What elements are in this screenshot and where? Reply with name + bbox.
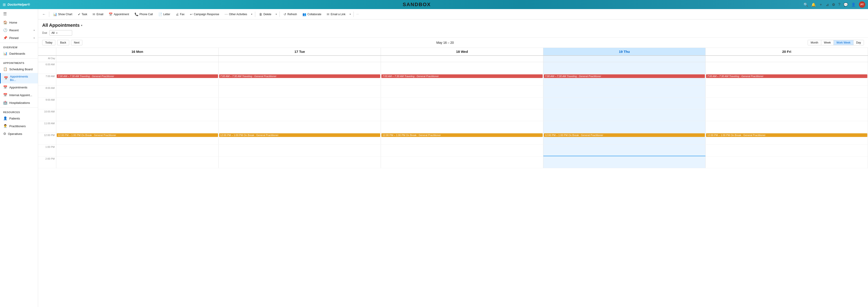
cal-cell-7am-4[interactable]: 7:00 AM – 7:30 AM Traveling : General Pr… [706,74,868,86]
notification-icon[interactable]: 🔔 [811,2,816,7]
cal-cell-9am-4[interactable] [706,98,868,109]
email-link-caret[interactable]: ▾ [348,11,352,17]
cal-cell-6am-2[interactable] [381,62,544,74]
sidebar-item-practitioners[interactable]: 👨‍⚕️ Practitioners [0,122,38,130]
task-button[interactable]: ✔ Task [75,11,90,18]
phone-call-button[interactable]: 📞 Phone Call [132,11,155,18]
chat-icon[interactable]: 💬 [843,2,848,7]
cal-cell-7am-1[interactable]: 7:00 AM – 7:30 AM Traveling : General Pr… [219,74,381,86]
help-icon[interactable]: ? [838,2,840,7]
cal-cell-1pm-2[interactable] [381,145,544,156]
cal-cell-6am-1[interactable] [219,62,381,74]
cal-cell-12pm-1[interactable]: 12:00 PM – 1:00 PM On Break : General Pr… [219,133,381,144]
sidebar-item-home[interactable]: 🏠 Home [0,19,38,26]
cal-cell-10am-3-today[interactable] [544,109,706,121]
sidebar-item-dashboards[interactable]: 📊 Dashboards [0,50,38,57]
cal-cell-7am-0[interactable]: 7:00 AM – 7:30 AM Traveling : General Pr… [56,74,219,86]
sidebar-item-appointments-board[interactable]: 📅 Appointments Bo... ↗ [0,73,38,83]
filter-icon[interactable]: ⊿ [826,2,829,7]
cal-cell-9am-0[interactable] [56,98,219,109]
cal-cell-8am-0[interactable] [56,86,219,97]
appointment-button[interactable]: 📅 Appointment [106,11,131,18]
cal-cell-1pm-4[interactable] [706,145,868,156]
hamburger-button[interactable]: ☰ [0,9,38,19]
cal-cell-10am-4[interactable] [706,109,868,121]
sidebar-item-operatives[interactable]: ⚙ Operatives [0,130,38,138]
on-break-event-0[interactable]: 12:00 PM – 1:00 PM On Break : General Pr… [57,133,218,137]
traveling-event-3[interactable]: 7:00 AM – 7:30 AM Traveling : General Pr… [544,74,705,78]
cal-cell-12pm-0[interactable]: 12:00 PM – 1:00 PM On Break : General Pr… [56,133,219,144]
traveling-event-4[interactable]: 7:00 AM – 7:30 AM Traveling : General Pr… [706,74,867,78]
sidebar-item-internal-appoint[interactable]: 📅 Internal Appoint... [0,91,38,99]
cal-cell-7am-2[interactable]: 7:00 AM – 7:30 AM Traveling : General Pr… [381,74,544,86]
cal-cell-2pm-3-today[interactable] [544,157,706,168]
cal-cell-2pm-4[interactable] [706,157,868,168]
cal-cell-9am-2[interactable] [381,98,544,109]
cal-cell-6am-3-today[interactable] [544,62,706,74]
day-view-button[interactable]: Day [854,40,864,45]
cal-cell-1pm-1[interactable] [219,145,381,156]
other-activities-button[interactable]: ⋯ Other Activities [222,11,249,18]
on-break-event-2[interactable]: 12:00 PM – 1:00 PM On Break : General Pr… [381,133,543,137]
cal-cell-6am-4[interactable] [706,62,868,74]
cal-cell-10am-2[interactable] [381,109,544,121]
next-nav-button[interactable]: Next [71,40,83,45]
cal-cell-6am-0[interactable] [56,62,219,74]
sidebar-item-pinned[interactable]: 📌 Pinned ▾ [0,34,38,42]
cal-cell-2pm-1[interactable] [219,157,381,168]
sidebar-item-scheduling-board[interactable]: 📋 Scheduling Board [0,65,38,73]
on-break-event-1[interactable]: 12:00 PM – 1:00 PM On Break : General Pr… [219,133,380,137]
cal-cell-8am-4[interactable] [706,86,868,97]
show-chart-button[interactable]: 📊 Show Chart [51,11,75,18]
back-nav-button[interactable]: Back [57,40,69,45]
delete-caret[interactable]: ▾ [274,11,278,17]
settings-icon[interactable]: ⚙ [832,2,835,7]
on-break-event-3[interactable]: 12:00 PM – 1:00 PM On Break : General Pr… [544,133,705,137]
cal-cell-11am-3-today[interactable] [544,121,706,133]
cal-cell-11am-0[interactable] [56,121,219,133]
sidebar-item-hospitalizations[interactable]: 🏥 Hospitalizations [0,99,38,107]
cal-cell-11am-1[interactable] [219,121,381,133]
on-break-event-4[interactable]: 12:00 PM – 1:00 PM On Break : General Pr… [706,133,867,137]
collaborate-button[interactable]: 👥 Collaborate [300,11,324,18]
filter-select[interactable]: All ▾ [50,30,72,36]
search-icon[interactable]: 🔍 [804,2,808,7]
letter-button[interactable]: 📄 Letter [156,11,173,18]
back-button[interactable]: ← [40,11,48,17]
traveling-event-1[interactable]: 7:00 AM – 7:30 AM Traveling : General Pr… [219,74,380,78]
other-activities-caret[interactable]: ▾ [250,11,254,17]
cal-cell-1pm-0[interactable] [56,145,219,156]
person-icon[interactable]: 👤 [851,2,856,7]
cal-cell-1pm-3-today[interactable] [544,145,706,156]
page-title-chevron-icon[interactable]: ▾ [81,24,82,27]
email-link-button[interactable]: ✉ Email a Link [324,11,347,18]
cal-cell-12pm-3-today[interactable]: 12:00 PM – 1:00 PM On Break : General Pr… [544,133,706,144]
avatar[interactable]: PT [859,1,865,8]
sidebar-item-recent[interactable]: 🕐 Recent ▾ [0,26,38,34]
cal-cell-12pm-2[interactable]: 12:00 PM – 1:00 PM On Break : General Pr… [381,133,544,144]
work-week-view-button[interactable]: Work Week [834,40,854,45]
traveling-event-2[interactable]: 7:00 AM – 7:30 AM Traveling : General Pr… [381,74,543,78]
today-button[interactable]: Today [42,40,55,45]
grid-icon[interactable]: ⊞ [3,2,6,7]
fax-button[interactable]: 🖨 Fax [173,11,187,18]
cal-cell-9am-1[interactable] [219,98,381,109]
email-button[interactable]: ✉ Email [90,11,106,18]
sidebar-item-patients[interactable]: 👤 Patients [0,114,38,122]
refresh-button[interactable]: ↺ Refresh [281,11,300,18]
delete-button[interactable]: 🗑 Delete [256,11,274,18]
cal-cell-8am-2[interactable] [381,86,544,97]
cal-cell-8am-1[interactable] [219,86,381,97]
cal-cell-2pm-0[interactable] [56,157,219,168]
more-options-button[interactable]: ⋯ [355,11,360,17]
week-view-button[interactable]: Week [821,40,834,45]
month-view-button[interactable]: Month [808,40,821,45]
cal-cell-8am-3-today[interactable] [544,86,706,97]
cal-cell-7am-3-today[interactable]: 7:00 AM – 7:30 AM Traveling : General Pr… [544,74,706,86]
cal-cell-12pm-4[interactable]: 12:00 PM – 1:00 PM On Break : General Pr… [706,133,868,144]
cal-cell-2pm-2[interactable] [381,157,544,168]
cal-cell-11am-2[interactable] [381,121,544,133]
traveling-event-0[interactable]: 7:00 AM – 7:30 AM Traveling : General Pr… [57,74,218,78]
campaign-response-button[interactable]: ↩ Campaign Response [187,11,222,18]
cal-cell-11am-4[interactable] [706,121,868,133]
